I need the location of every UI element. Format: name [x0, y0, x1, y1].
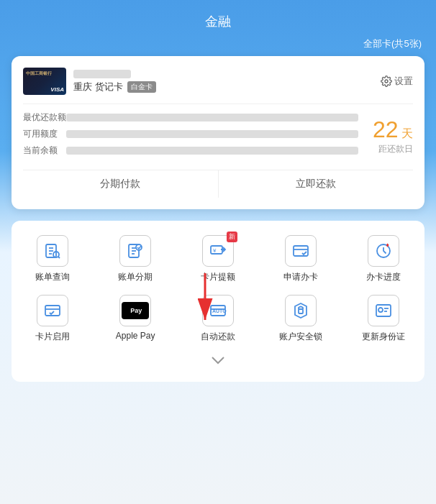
- bill-query-icon: [37, 235, 68, 267]
- apply-card-icon: [285, 235, 317, 267]
- feature-bill-query[interactable]: 账单查询: [24, 235, 81, 283]
- gear-icon: [381, 75, 392, 87]
- details-right: 22 天 距还款日: [373, 111, 413, 161]
- repay-date-label: 距还款日: [378, 143, 413, 155]
- days-unit: 天: [401, 127, 413, 139]
- account-lock-label: 账户安全锁: [279, 331, 322, 343]
- platinum-badge: 白金卡: [127, 81, 156, 93]
- account-lock-icon: [285, 295, 317, 326]
- card-info: 中国工商银行 VISA 重庆 货记卡 白金卡: [23, 68, 156, 95]
- bank-card-container: 中国工商银行 VISA 重庆 货记卡 白金卡 设置 最优还款额: [12, 56, 424, 209]
- feature-card-progress[interactable]: 办卡进度: [355, 235, 412, 283]
- feature-auto-repay[interactable]: AUTO 自动还款: [189, 295, 247, 343]
- pay-text: Pay: [130, 307, 142, 314]
- optimal-repay-label: 最优还款额: [23, 111, 66, 124]
- svg-text:¥: ¥: [212, 247, 217, 254]
- feature-row-1: 账单查询 账单分期 新 ¥: [12, 229, 424, 289]
- new-badge: 新: [227, 232, 237, 242]
- card-header: 中国工商银行 VISA 重庆 货记卡 白金卡 设置: [23, 68, 413, 95]
- card-number-blur: [73, 70, 131, 78]
- optimal-repay-value: [66, 114, 358, 122]
- svg-rect-24: [299, 309, 303, 313]
- feature-account-lock[interactable]: 账户安全锁: [272, 295, 330, 343]
- apply-card-label: 申请办卡: [283, 271, 318, 283]
- visa-logo: VISA: [50, 86, 64, 93]
- installment-button[interactable]: 分期付款: [23, 170, 219, 198]
- optimal-repay-row: 最优还款额: [23, 111, 358, 124]
- feature-update-id[interactable]: 更新身份证: [355, 295, 412, 343]
- current-balance-value: [66, 147, 358, 155]
- available-credit-label: 可用额度: [23, 128, 66, 140]
- feature-card-cash[interactable]: 新 ¥ 卡片提额: [189, 235, 247, 283]
- svg-rect-19: [45, 306, 60, 316]
- bill-installment-label: 账单分期: [118, 271, 153, 283]
- repay-now-button[interactable]: 立即还款: [219, 170, 414, 198]
- days-display: 22 天: [373, 118, 413, 142]
- details-left: 最优还款额 可用额度 当前余额: [23, 111, 358, 161]
- svg-line-8: [58, 257, 60, 258]
- page-title: 金融: [0, 0, 436, 37]
- feature-bill-installment[interactable]: 账单分期: [106, 235, 164, 283]
- card-name-area: 重庆 货记卡 白金卡: [73, 70, 156, 93]
- feature-apply-card[interactable]: 申请办卡: [272, 235, 330, 283]
- svg-point-26: [378, 308, 383, 312]
- bill-query-label: 账单查询: [35, 271, 70, 283]
- card-enable-label: 卡片启用: [35, 331, 70, 343]
- feature-row-2: 卡片启用 Pay Apple Pay AUTO 自动还款: [12, 289, 424, 349]
- card-name: 重庆 货记卡: [73, 81, 123, 93]
- card-cash-icon: 新 ¥: [202, 235, 234, 267]
- current-balance-label: 当前余额: [23, 145, 66, 157]
- all-cards-label[interactable]: 全部卡(共5张): [0, 37, 436, 50]
- current-balance-row: 当前余额: [23, 145, 358, 157]
- svg-rect-16: [294, 246, 308, 256]
- card-name-row: 重庆 货记卡 白金卡: [73, 81, 156, 93]
- card-cash-label: 卡片提额: [201, 271, 235, 283]
- chevron-down[interactable]: [12, 349, 424, 373]
- apple-pay-label: Apple Pay: [116, 331, 155, 341]
- available-credit-value: [66, 130, 358, 138]
- card-actions: 分期付款 立即还款: [23, 170, 413, 198]
- auto-repay-label: 自动还款: [201, 331, 235, 343]
- card-enable-icon: [37, 295, 68, 326]
- apple-pay-icon: Pay: [119, 295, 151, 326]
- svg-point-0: [385, 80, 388, 83]
- card-progress-icon: [368, 235, 399, 267]
- bank-card-image: 中国工商银行 VISA: [23, 68, 66, 95]
- available-credit-row: 可用额度: [23, 128, 358, 140]
- days-number: 22: [373, 116, 399, 142]
- settings-label: 设置: [394, 75, 413, 88]
- card-progress-label: 办卡进度: [366, 271, 401, 283]
- bill-installment-icon: [119, 235, 151, 267]
- update-id-icon: [368, 295, 399, 326]
- settings-button[interactable]: 设置: [381, 75, 413, 88]
- auto-repay-icon: AUTO: [202, 295, 234, 326]
- update-id-label: 更新身份证: [362, 331, 405, 343]
- feature-grid: 账单查询 账单分期 新 ¥: [12, 221, 424, 382]
- card-details: 最优还款额 可用额度 当前余额 22 天 距还款日: [23, 104, 413, 161]
- feature-apple-pay[interactable]: Pay Apple Pay: [106, 295, 164, 343]
- feature-card-enable[interactable]: 卡片启用: [24, 295, 81, 343]
- apple-pay-inner: Pay: [122, 302, 149, 319]
- bank-logo: 中国工商银行: [26, 70, 52, 77]
